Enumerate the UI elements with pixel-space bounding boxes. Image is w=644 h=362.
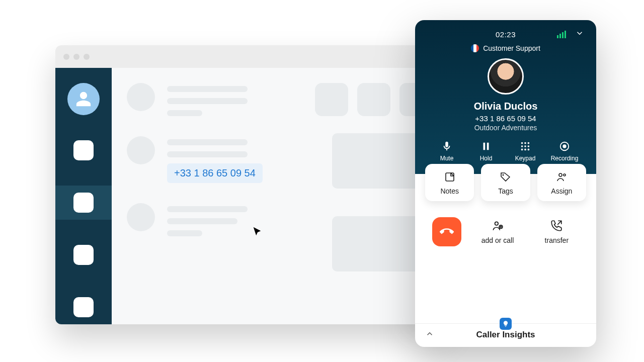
mute-button[interactable]: Mute (429, 141, 464, 162)
svg-point-6 (521, 149, 523, 151)
person-icon (75, 90, 92, 108)
sidebar-item-1[interactable] (55, 133, 112, 167)
phone-panel: 02:23 Customer Support Olivia Duclos +33… (415, 20, 596, 347)
placeholder-avatar (127, 136, 155, 164)
crm-window: +33 1 86 65 09 54 (55, 45, 448, 324)
svg-point-12 (502, 174, 504, 176)
france-flag-icon (471, 44, 479, 52)
keypad-icon (520, 141, 531, 152)
call-timer: 02:23 (496, 30, 516, 39)
caller-company: Outdoor Adventures (474, 124, 537, 132)
sidebar-avatar[interactable] (67, 83, 100, 115)
insights-badge-icon (500, 318, 512, 330)
add-or-call-button[interactable]: add or call (475, 219, 520, 244)
hangup-icon (440, 225, 454, 239)
tag-icon (500, 171, 512, 183)
svg-point-2 (528, 142, 530, 144)
sidebar-item-3[interactable] (55, 238, 112, 272)
svg-point-0 (521, 142, 523, 144)
crm-main: +33 1 86 65 09 54 (112, 68, 448, 324)
placeholder-card (357, 83, 390, 116)
assign-icon (555, 171, 568, 183)
assign-card[interactable]: Assign (537, 164, 586, 201)
keypad-button[interactable]: Keypad (508, 141, 543, 162)
svg-point-15 (495, 222, 499, 225)
svg-point-4 (524, 145, 526, 147)
window-dot (73, 54, 79, 60)
crm-body: +33 1 86 65 09 54 (55, 68, 448, 324)
svg-point-13 (559, 173, 562, 176)
phone-top: 02:23 Customer Support Olivia Duclos +33… (415, 20, 596, 174)
mic-icon (441, 141, 452, 152)
sidebar-item-4[interactable] (55, 290, 112, 324)
signal-icon (557, 31, 566, 38)
hold-button[interactable]: Hold (468, 141, 504, 162)
caller-name: Olivia Duclos (474, 101, 538, 112)
svg-point-3 (521, 145, 523, 147)
chevron-down-icon (575, 29, 584, 38)
caller-avatar (488, 58, 524, 95)
pause-icon (480, 141, 492, 152)
placeholder-avatar (127, 83, 155, 111)
window-dot (84, 54, 90, 60)
recording-button[interactable]: Recording (547, 141, 582, 162)
hangup-button[interactable] (432, 217, 461, 246)
notes-icon (444, 171, 456, 183)
crm-sidebar (55, 68, 112, 324)
queue-label: Customer Support (471, 44, 540, 52)
sidebar-item-2[interactable] (55, 186, 112, 220)
clickable-phone-number[interactable]: +33 1 86 65 09 54 (167, 163, 263, 183)
record-icon (559, 141, 570, 152)
transfer-icon (550, 219, 563, 232)
svg-point-8 (528, 149, 530, 151)
window-dot (63, 54, 69, 60)
svg-rect-11 (446, 173, 454, 181)
placeholder-avatar (127, 203, 155, 231)
svg-point-10 (562, 144, 566, 148)
add-person-icon (491, 219, 504, 232)
notes-card[interactable]: Notes (425, 164, 474, 201)
transfer-button[interactable]: transfer (534, 219, 579, 244)
svg-point-5 (528, 145, 530, 147)
svg-point-14 (564, 174, 566, 176)
collapse-button[interactable] (575, 29, 584, 40)
window-titlebar (55, 45, 448, 68)
placeholder-card (315, 83, 348, 116)
svg-point-7 (524, 149, 526, 151)
tags-card[interactable]: Tags (481, 164, 530, 201)
chevron-up-icon (425, 329, 434, 340)
caller-insights-toggle[interactable]: Caller Insights (415, 323, 596, 347)
caller-phone: +33 1 86 65 09 54 (475, 114, 536, 123)
svg-point-1 (524, 142, 526, 144)
